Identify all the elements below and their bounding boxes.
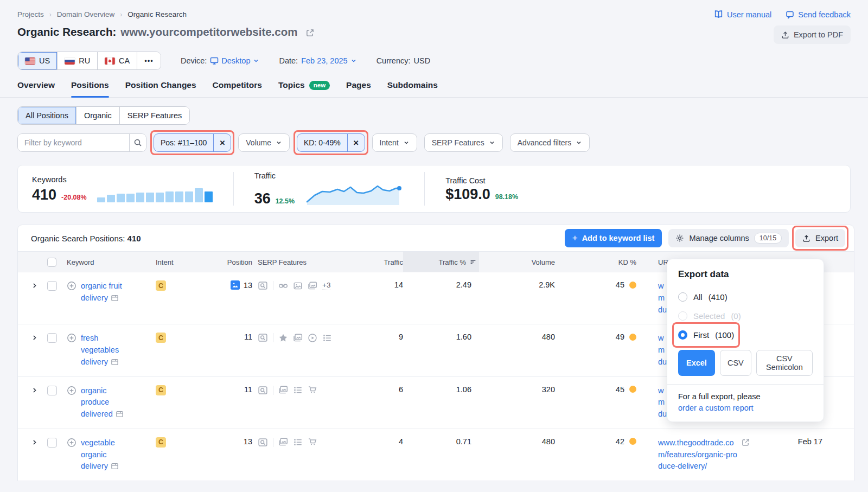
list-serp-feature-icon[interactable] bbox=[293, 385, 303, 395]
expand-row-chevron-icon[interactable] bbox=[31, 334, 38, 341]
export-csv-button[interactable]: CSV bbox=[720, 350, 751, 376]
export-button[interactable]: Export bbox=[795, 229, 845, 247]
serp-preview-icon[interactable] bbox=[258, 437, 268, 448]
kd-filter-close-icon[interactable]: ✕ bbox=[347, 134, 365, 151]
sort-descending-icon bbox=[469, 258, 477, 266]
export-option-first[interactable]: First (100) bbox=[678, 330, 734, 340]
subtab-all-positions[interactable]: All Positions bbox=[18, 107, 76, 124]
radio-selected-icon[interactable] bbox=[678, 330, 687, 340]
export-option-all[interactable]: All (410) bbox=[678, 292, 727, 302]
add-keyword-icon[interactable] bbox=[67, 438, 76, 448]
search-input[interactable] bbox=[18, 134, 129, 151]
tab-competitors[interactable]: Competitors bbox=[213, 80, 262, 97]
breadcrumb-projects[interactable]: Projects bbox=[17, 10, 44, 18]
more-serp-features[interactable]: +3 bbox=[322, 281, 330, 290]
serp-snapshot-icon[interactable] bbox=[111, 462, 119, 470]
pos-filter-close-icon[interactable]: ✕ bbox=[213, 134, 231, 151]
list-serp-feature-icon[interactable] bbox=[322, 333, 332, 343]
export-csv-semicolon-button[interactable]: CSV Semicolon bbox=[756, 350, 813, 376]
more-countries-button[interactable]: ••• bbox=[137, 52, 161, 69]
row-checkbox[interactable] bbox=[47, 281, 57, 291]
link-serp-feature-icon[interactable] bbox=[278, 281, 288, 291]
keyword-link[interactable]: fresh vegetables delivery bbox=[81, 333, 133, 368]
subtab-serp-features[interactable]: SERP Features bbox=[120, 107, 189, 124]
image-stack-serp-feature-icon[interactable] bbox=[308, 281, 317, 291]
keyword-link[interactable]: organic produce delivered bbox=[81, 385, 133, 420]
intent-badge-commercial[interactable]: C bbox=[156, 280, 166, 291]
add-to-keyword-list-button[interactable]: + Add to keyword list bbox=[565, 229, 662, 247]
column-header-position[interactable]: Position bbox=[202, 252, 252, 272]
volume-filter-dropdown[interactable]: Volume bbox=[238, 133, 290, 152]
country-tab-ru[interactable]: RU bbox=[58, 52, 98, 69]
cart-serp-feature-icon[interactable] bbox=[308, 385, 317, 395]
keyword-link[interactable]: vegetable organic delivery bbox=[81, 437, 133, 472]
expand-row-chevron-icon[interactable] bbox=[31, 439, 38, 446]
tab-position-changes[interactable]: Position Changes bbox=[125, 80, 196, 97]
expand-row-chevron-icon[interactable] bbox=[31, 282, 38, 289]
intent-badge-commercial[interactable]: C bbox=[156, 385, 166, 395]
star-serp-feature-icon[interactable] bbox=[278, 333, 288, 343]
serp-preview-icon[interactable] bbox=[258, 385, 268, 395]
serp-snapshot-icon[interactable] bbox=[116, 410, 124, 418]
cart-serp-feature-icon[interactable] bbox=[308, 437, 317, 447]
manage-columns-button[interactable]: Manage columns 10/15 bbox=[668, 229, 789, 247]
custom-report-link[interactable]: order a custom report bbox=[678, 404, 754, 412]
column-header-serp-features[interactable]: SERP Features bbox=[252, 252, 343, 272]
video-serp-feature-icon[interactable] bbox=[308, 333, 317, 343]
add-keyword-icon[interactable] bbox=[67, 281, 76, 291]
search-button[interactable] bbox=[129, 134, 146, 151]
serp-snapshot-icon[interactable] bbox=[111, 358, 119, 366]
advanced-filters-dropdown[interactable]: Advanced filters bbox=[510, 133, 590, 152]
image-stack-serp-feature-icon[interactable] bbox=[278, 385, 288, 395]
result-url-link[interactable]: w m du bbox=[658, 280, 667, 316]
intent-badge-commercial[interactable]: C bbox=[156, 333, 166, 343]
export-excel-button[interactable]: Excel bbox=[678, 350, 715, 376]
pos-filter-label[interactable]: Pos: #11–100 bbox=[154, 134, 213, 151]
subtab-organic[interactable]: Organic bbox=[76, 107, 120, 124]
export-to-pdf-button[interactable]: Export to PDF bbox=[774, 25, 851, 44]
kd-filter-label[interactable]: KD: 0-49% bbox=[297, 134, 347, 151]
serp-features-filter-dropdown[interactable]: SERP Features bbox=[424, 133, 503, 152]
column-header-volume[interactable]: Volume bbox=[479, 252, 555, 272]
tab-overview[interactable]: Overview bbox=[17, 80, 55, 97]
intent-filter-dropdown[interactable]: Intent bbox=[372, 133, 417, 152]
column-header-keyword[interactable]: Keyword bbox=[67, 252, 156, 272]
expand-row-chevron-icon[interactable] bbox=[31, 387, 38, 394]
tab-subdomains[interactable]: Subdomains bbox=[387, 80, 438, 97]
device-dropdown[interactable]: Desktop bbox=[210, 56, 259, 65]
ru-flag-icon bbox=[65, 57, 75, 65]
user-manual-link[interactable]: User manual bbox=[714, 10, 771, 19]
select-all-checkbox[interactable] bbox=[47, 258, 56, 267]
image-serp-feature-icon[interactable] bbox=[293, 281, 303, 291]
keyword-link[interactable]: organic fruit delivery bbox=[81, 280, 133, 304]
external-link-icon[interactable] bbox=[306, 29, 314, 37]
serp-preview-icon[interactable] bbox=[258, 280, 268, 291]
list-serp-feature-icon[interactable] bbox=[293, 437, 303, 447]
serp-snapshot-icon[interactable] bbox=[111, 294, 119, 302]
column-header-traffic-pct[interactable]: Traffic % bbox=[403, 252, 479, 272]
image-stack-serp-feature-icon[interactable] bbox=[293, 333, 303, 343]
result-url-link[interactable]: w m du bbox=[658, 333, 667, 368]
column-header-kd[interactable]: KD % bbox=[555, 252, 636, 272]
country-tab-ca[interactable]: CA bbox=[98, 52, 137, 69]
row-checkbox[interactable] bbox=[47, 438, 57, 448]
result-url-link[interactable]: www.thegoodtrade.co m/features/organic-p… bbox=[658, 437, 737, 472]
tab-topics[interactable]: Topicsnew bbox=[278, 80, 330, 97]
column-header-intent[interactable]: Intent bbox=[156, 252, 202, 272]
country-tab-us[interactable]: US bbox=[18, 52, 58, 69]
send-feedback-link[interactable]: Send feedback bbox=[786, 10, 851, 19]
breadcrumb-domain-overview[interactable]: Domain Overview bbox=[57, 10, 115, 18]
intent-badge-commercial[interactable]: C bbox=[156, 437, 166, 448]
date-dropdown[interactable]: Feb 23, 2025 bbox=[301, 56, 356, 65]
external-link-icon[interactable] bbox=[742, 438, 750, 446]
add-keyword-icon[interactable] bbox=[67, 333, 76, 343]
tab-pages[interactable]: Pages bbox=[346, 80, 371, 97]
row-checkbox[interactable] bbox=[47, 333, 57, 343]
column-header-traffic[interactable]: Traffic bbox=[343, 252, 403, 272]
row-checkbox[interactable] bbox=[47, 386, 57, 395]
radio-unselected-icon[interactable] bbox=[678, 292, 687, 302]
image-stack-serp-feature-icon[interactable] bbox=[278, 437, 288, 447]
add-keyword-icon[interactable] bbox=[67, 386, 76, 395]
serp-preview-icon[interactable] bbox=[258, 333, 268, 343]
tab-positions[interactable]: Positions bbox=[71, 80, 109, 97]
